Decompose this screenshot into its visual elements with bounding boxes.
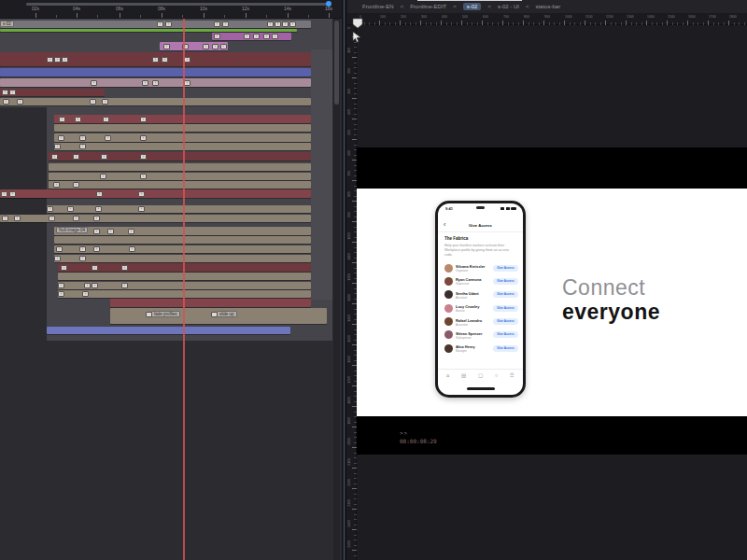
keyframe-marker[interactable]: › [163, 44, 170, 49]
keyframe-marker[interactable]: › [93, 246, 100, 252]
playhead-line[interactable] [183, 19, 185, 560]
keyframe-marker[interactable]: › [51, 154, 58, 160]
keyframe-marker[interactable]: › [138, 206, 145, 212]
keyframe-marker[interactable]: › [107, 229, 114, 234]
comp-vertical-ruler[interactable]: 0100200300400500600700800900100011001200… [347, 25, 357, 560]
timeline-layer-bar[interactable] [49, 163, 311, 171]
keyframe-marker[interactable]: › [47, 206, 53, 212]
keyframe-marker[interactable]: › [93, 216, 100, 221]
keyframe-marker[interactable]: › [53, 182, 60, 188]
keyframe-marker[interactable]: › [2, 216, 8, 221]
timeline-tracks-area[interactable]: ››››››››s-02››››››››››››››››››››››››››››… [0, 19, 342, 560]
comp-viewer-stage[interactable]: 9:41 ‹ Give Access The Fabrica Help your… [357, 25, 747, 560]
keyframe-marker[interactable]: › [289, 21, 296, 27]
keyframe-marker[interactable]: › [93, 229, 100, 234]
keyframe-marker[interactable]: › [140, 174, 147, 179]
keyframe-marker[interactable]: › [184, 57, 190, 63]
timeline-layer-bar[interactable] [58, 290, 311, 298]
timeline-layer-bar[interactable] [0, 215, 311, 222]
keyframe-marker[interactable]: › [14, 216, 21, 221]
comp-tab-frontline-en[interactable]: Frontline-EN [362, 4, 394, 9]
keyframe-marker[interactable]: › [272, 34, 278, 39]
timeline-layer-bar[interactable] [0, 189, 311, 198]
comp-tab-status-bar[interactable]: status-bar [535, 4, 560, 9]
keyframe-marker[interactable]: › [96, 191, 103, 197]
layer-label-chip[interactable]: Null-image-04 [56, 227, 88, 233]
keyframe-marker[interactable]: › [3, 99, 9, 105]
timeline-layer-bar[interactable] [0, 21, 311, 28]
keyframe-marker[interactable]: › [17, 99, 23, 105]
timeline-layer-bar[interactable] [47, 327, 290, 334]
keyframe-marker[interactable]: › [142, 80, 148, 86]
keyframe-marker[interactable]: › [47, 57, 53, 63]
keyframe-marker[interactable]: › [140, 135, 147, 141]
timeline-layer-bar[interactable] [49, 152, 311, 161]
marker-keyframe[interactable] [146, 312, 152, 317]
comp-horizontal-ruler[interactable]: 0100200300400500600700800900100011001200… [347, 13, 747, 25]
timeline-layer-bar[interactable] [58, 273, 311, 280]
keyframe-marker[interactable]: › [84, 283, 91, 288]
keyframe-marker[interactable]: › [9, 90, 16, 95]
keyframe-marker[interactable]: › [162, 57, 168, 63]
timeline-layer-bar[interactable] [110, 299, 311, 307]
keyframe-marker[interactable]: › [54, 57, 61, 63]
keyframe-marker[interactable]: › [54, 256, 61, 261]
keyframe-marker[interactable]: › [49, 216, 55, 221]
keyframe-marker[interactable]: › [214, 21, 220, 27]
timeline-layer-bar[interactable] [47, 205, 311, 213]
keyframe-marker[interactable]: › [54, 144, 61, 149]
keyframe-marker[interactable]: › [140, 154, 147, 160]
keyframe-marker[interactable]: › [59, 117, 65, 122]
keyframe-marker[interactable]: › [152, 57, 159, 63]
keyframe-marker[interactable]: › [92, 265, 98, 271]
timeline-layer-bar[interactable] [0, 68, 311, 77]
keyframe-marker[interactable]: › [79, 246, 86, 252]
keyframe-marker[interactable]: › [58, 135, 64, 141]
keyframe-marker[interactable]: › [105, 135, 111, 141]
keyframe-marker[interactable]: › [56, 246, 63, 252]
keyframe-marker[interactable]: › [82, 291, 89, 297]
keyframe-marker[interactable]: › [91, 80, 97, 86]
layer-label-chip[interactable]: s-02 [0, 21, 14, 27]
keyframe-marker[interactable]: › [58, 291, 64, 297]
timeline-layer-bar[interactable] [49, 173, 311, 180]
keyframe-marker[interactable]: › [9, 191, 16, 197]
timeline-marker-chip[interactable]: slide up [217, 311, 237, 317]
timeline-ruler[interactable]: 02s04s06s08s10s12s14s16s [0, 0, 342, 19]
keyframe-marker[interactable]: › [203, 44, 209, 49]
keyframe-marker[interactable]: › [79, 144, 86, 149]
keyframe-marker[interactable]: › [212, 44, 218, 49]
keyframe-marker[interactable]: › [103, 117, 109, 122]
keyframe-marker[interactable]: › [138, 191, 145, 197]
keyframe-marker[interactable]: › [1, 191, 7, 197]
keyframe-marker[interactable]: › [102, 99, 108, 105]
keyframe-marker[interactable]: › [220, 44, 227, 49]
keyframe-marker[interactable]: › [214, 34, 220, 39]
timeline-layer-bar[interactable] [0, 29, 297, 32]
timeline-layer-bar[interactable] [0, 98, 311, 105]
keyframe-marker[interactable]: › [184, 80, 190, 86]
marker-keyframe[interactable] [211, 312, 218, 317]
keyframe-marker[interactable]: › [140, 117, 147, 122]
keyframe-marker[interactable]: › [58, 283, 64, 288]
keyframe-marker[interactable]: › [95, 206, 102, 212]
keyframe-marker[interactable]: › [90, 99, 96, 105]
keyframe-marker[interactable]: › [79, 135, 86, 141]
comp-tab-frontline-edit[interactable]: Frontline-EDIT [410, 4, 446, 9]
keyframe-marker[interactable]: › [275, 21, 281, 27]
keyframe-marker[interactable]: › [101, 154, 107, 160]
keyframe-marker[interactable]: › [244, 34, 250, 39]
comp-tab-s-02[interactable]: s-02 [463, 3, 482, 10]
keyframe-marker[interactable]: › [92, 283, 98, 288]
keyframe-marker[interactable]: › [222, 21, 229, 27]
keyframe-marker[interactable]: › [2, 90, 8, 95]
timeline-layer-bar[interactable] [212, 33, 291, 40]
keyframe-marker[interactable]: › [121, 265, 128, 271]
keyframe-marker[interactable]: › [75, 117, 81, 122]
timeline-layer-bar[interactable] [49, 181, 311, 189]
keyframe-marker[interactable]: › [73, 154, 79, 160]
timeline-vscrollbar-thumb[interactable] [334, 21, 339, 105]
timeline-marker-chip[interactable]: fade profiles [151, 311, 180, 317]
comp-marker-bin-icon[interactable] [352, 18, 363, 29]
keyframe-marker[interactable]: › [67, 206, 74, 212]
